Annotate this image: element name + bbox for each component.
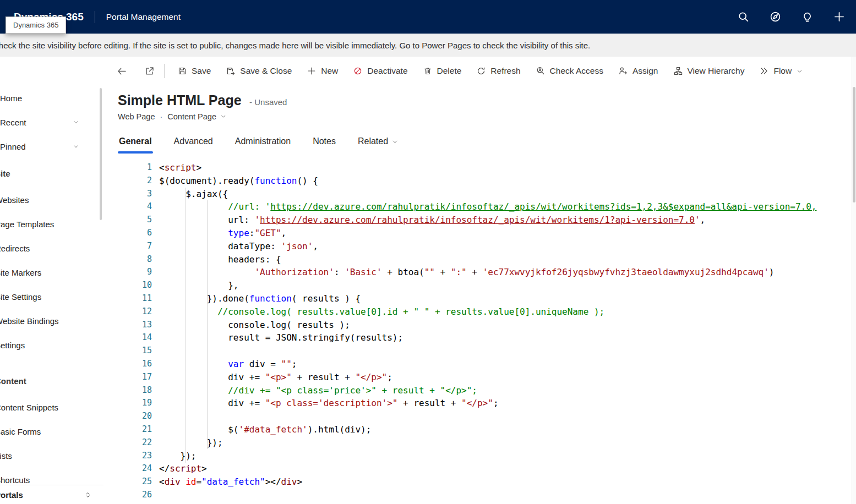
code-line-text: }, [152,279,239,292]
page-scrollbar-thumb[interactable] [853,87,855,202]
code-line-text: $(document).ready(function() { [152,174,318,188]
topbar-lightbulb-button[interactable] [802,11,813,23]
sidebar-item-pinned[interactable]: Pinned [0,134,103,158]
command-view-hierarchy[interactable]: View Hierarchy [666,59,753,83]
sidebar-item-site-markers[interactable]: Site Markers [0,260,103,284]
page-scrollbar[interactable] [852,57,856,504]
command-assign[interactable]: Assign [611,59,666,83]
command-new[interactable]: New [299,59,346,83]
tab-notes[interactable]: Notes [312,135,337,154]
topbar-compass-button[interactable] [770,11,781,23]
plus-icon [833,11,845,23]
code-line[interactable]: 25<div id="data_fetch"></div> [103,475,856,489]
sidebar-item-settings[interactable]: Settings [0,333,103,357]
command-delete[interactable]: Delete [416,59,470,83]
sidebar-item-redirects[interactable]: Redirects [0,236,103,260]
app-name[interactable]: Portal Management [106,12,181,22]
line-number: 6 [103,227,152,240]
line-number: 4 [103,200,152,213]
code-line[interactable]: 12 //console.log( results.value[0].id + … [103,305,856,319]
code-line-text: <div id="data_fetch"></div> [152,475,302,489]
sidebar-item-website-bindings[interactable]: Website Bindings [0,309,103,333]
code-line-text [152,489,159,502]
code-line[interactable]: 7 dataType: 'json', [103,240,856,253]
line-number: 14 [103,331,152,344]
code-line[interactable]: 6 type:"GET", [103,227,856,240]
tab-administration[interactable]: Administration [234,135,292,154]
code-line[interactable]: 4 //url: 'https://dev.azure.com/rahulpra… [103,200,856,213]
section-label: Content [0,376,26,386]
sidebar-item-home[interactable]: Home [0,86,103,110]
code-line[interactable]: 19 div += "<p class='description'>" + re… [103,397,856,410]
code-line-text: div += "<p class='description'>" + resul… [152,397,499,410]
code-line[interactable]: 10 }, [103,279,856,292]
command-flow[interactable]: Flow [752,59,810,83]
command-check-access[interactable]: Check Access [528,59,611,83]
code-line[interactable]: 26 [103,489,856,502]
command-label: New [321,66,338,76]
code-line-text: }).done(function( results ) { [152,292,361,305]
code-line[interactable]: 1<script> [103,161,856,174]
line-number: 11 [103,292,152,305]
code-line-text: headers: { [152,253,281,266]
sidebar-item-content-snippets[interactable]: Content Snippets [0,395,103,419]
form-selector[interactable]: Content Page [167,112,226,121]
code-line-text: result = JSON.stringify(results); [152,331,403,344]
code-line[interactable]: 20 [103,410,856,423]
sidebar-item-label: Redirects [0,244,30,253]
code-line[interactable]: 8 headers: { [103,253,856,266]
sidebar-item-page-templates[interactable]: Page Templates [0,212,103,236]
tab-advanced[interactable]: Advanced [173,135,214,154]
command-save-close[interactable]: Save & Close [219,59,299,83]
code-line-text: <script> [152,161,201,174]
code-line[interactable]: 13 console.log( results ); [103,319,856,332]
sidebar-item-site-settings[interactable]: Site Settings [0,284,103,309]
line-number: 23 [103,450,152,463]
sidebar-item-label: Site Markers [0,268,41,277]
code-line[interactable]: 24</script> [103,462,856,475]
code-line[interactable]: 5 url: 'https://dev.azure.com/rahulprati… [103,213,856,227]
code-line[interactable]: 21 $('#data_fetch').html(div); [103,423,856,436]
line-number: 20 [103,410,152,423]
topbar-plus-button[interactable] [833,11,845,23]
popout-button[interactable] [140,60,159,82]
code-line[interactable]: 23 }); [103,450,856,463]
command-save[interactable]: Save [170,59,219,83]
trash-icon [423,67,432,75]
code-line[interactable]: 14 result = JSON.stringify(results); [103,331,856,344]
sidebar-items: HomeRecentPinnedSiteWebsitesPage Templat… [0,57,103,492]
code-line[interactable]: 11 }).done(function( results ) { [103,292,856,305]
command-label: View Hierarchy [688,66,745,76]
back-button[interactable] [112,60,131,82]
code-line[interactable]: 15 [103,344,856,358]
chevron-down-icon [392,139,398,145]
notification-bar: Check the site visibility before editing… [0,34,856,57]
tab-label: Related [358,136,388,146]
code-line[interactable]: 22 }); [103,436,856,450]
sidebar-item-label: Website Bindings [0,316,59,326]
code-line[interactable]: 16 var div = ""; [103,358,856,371]
command-deactivate[interactable]: Deactivate [346,59,415,83]
area-switcher[interactable]: Portals [0,485,103,504]
command-label: Delete [437,66,462,76]
sidebar-item-websites[interactable]: Websites [0,188,103,212]
code-line[interactable]: 9 'Authorization': 'Basic' + btoa("" + "… [103,266,856,279]
code-line[interactable]: 3 $.ajax({ [103,188,856,201]
flow-icon [760,67,768,75]
sidebar-item-basic-forms[interactable]: Basic Forms [0,419,103,443]
sidebar-item-recent[interactable]: Recent [0,110,103,134]
sidebar-scrollbar[interactable] [100,88,102,220]
topbar-divider [95,11,95,23]
sidebar-item-lists[interactable]: Lists [0,443,103,468]
command-refresh[interactable]: Refresh [469,59,528,83]
code-line[interactable]: 2$(document).ready(function() { [103,174,856,188]
tab-related[interactable]: Related [357,135,399,154]
tab-general[interactable]: General [118,135,153,154]
command-bar-divider [164,64,165,78]
line-number: 17 [103,371,152,384]
area-label: Portals [0,490,23,500]
page-title: Simple HTML Page [118,92,242,108]
topbar-search-button[interactable] [738,11,749,23]
code-line[interactable]: 18 //div += "<p class='price'>" + result… [103,384,856,397]
code-line[interactable]: 17 div += "<p>" + result + "</p>"; [103,371,856,384]
